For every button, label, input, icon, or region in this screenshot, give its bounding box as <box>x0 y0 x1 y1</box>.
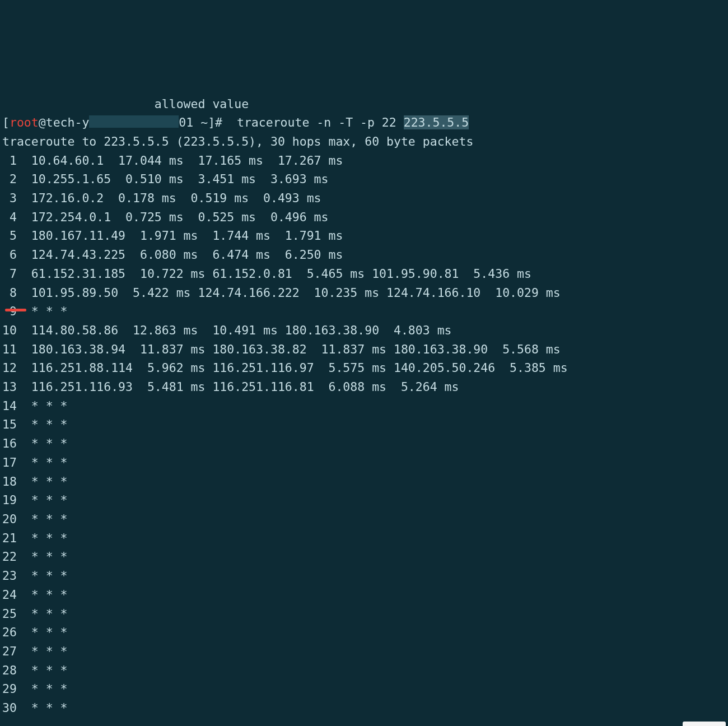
terminal-output[interactable]: allowed value[root@tech-y01 ~]# tracerou… <box>0 95 728 718</box>
partial-prev-line: allowed value <box>2 95 726 114</box>
hop-row: 4 172.254.0.1 0.725 ms 0.525 ms 0.496 ms <box>2 208 726 227</box>
prompt-host-suffix: 01 <box>179 115 193 129</box>
hop-row: 25 * * * <box>2 604 726 623</box>
hop-row: 21 * * * <box>2 529 726 548</box>
hop-row: 14 * * * <box>2 397 726 416</box>
hop-row: 5 180.167.11.49 1.971 ms 1.744 ms 1.791 … <box>2 226 726 245</box>
command-target-ip: 223.5.5.5 <box>404 115 469 129</box>
command-name: traceroute <box>237 115 309 129</box>
annotation-underline <box>5 309 26 311</box>
hop-row: 8 101.95.89.50 5.422 ms 124.74.166.222 1… <box>2 283 726 302</box>
hop-row: 10 114.80.58.86 12.863 ms 10.491 ms 180.… <box>2 321 726 340</box>
hop-row: 17 * * * <box>2 453 726 472</box>
prompt-line: [root@tech-y01 ~]# traceroute -n -T -p 2… <box>2 113 726 132</box>
trace-summary: traceroute to 223.5.5.5 (223.5.5.5), 30 … <box>2 132 726 151</box>
watermark-badge: 亿速云 <box>683 722 726 726</box>
hop-row: 24 * * * <box>2 585 726 604</box>
hop-row: 16 * * * <box>2 434 726 453</box>
hop-row: 22 * * * <box>2 547 726 566</box>
hop-row: 28 * * * <box>2 661 726 680</box>
hop-row: 11 180.163.38.94 11.837 ms 180.163.38.82… <box>2 340 726 359</box>
hop-row: 15 * * * <box>2 415 726 434</box>
command-flags: -n -T -p 22 <box>316 115 396 129</box>
hop-row: 18 * * * <box>2 472 726 491</box>
hop-row: 7 61.152.31.185 10.722 ms 61.152.0.81 5.… <box>2 264 726 283</box>
hop-row: 20 * * * <box>2 510 726 529</box>
prompt-symbol: # <box>215 115 222 129</box>
prompt-host-prefix: tech-y <box>46 115 90 129</box>
hop-row: 1 10.64.60.1 17.044 ms 17.165 ms 17.267 … <box>2 151 726 170</box>
hop-row: 2 10.255.1.65 0.510 ms 3.451 ms 3.693 ms <box>2 170 726 189</box>
hostname-redacted <box>89 115 179 128</box>
prompt-user: root <box>10 115 39 129</box>
hop-row: 12 116.251.88.114 5.962 ms 116.251.116.9… <box>2 359 726 378</box>
watermark-text: 亿速云 <box>699 723 721 726</box>
hop-row: 27 * * * <box>2 642 726 661</box>
hop-row: 13 116.251.116.93 5.481 ms 116.251.116.8… <box>2 378 726 397</box>
hop-row: 6 124.74.43.225 6.080 ms 6.474 ms 6.250 … <box>2 245 726 264</box>
hop-row: 23 * * * <box>2 566 726 585</box>
hop-row: 3 172.16.0.2 0.178 ms 0.519 ms 0.493 ms <box>2 189 726 208</box>
hop-row: 26 * * * <box>2 623 726 642</box>
prompt-path: ~ <box>200 115 208 129</box>
hop-row: 30 * * * <box>2 699 726 718</box>
hop-row: 19 * * * <box>2 491 726 510</box>
hop-row: 29 * * * <box>2 680 726 699</box>
hop-row: 9 * * * <box>2 302 726 321</box>
